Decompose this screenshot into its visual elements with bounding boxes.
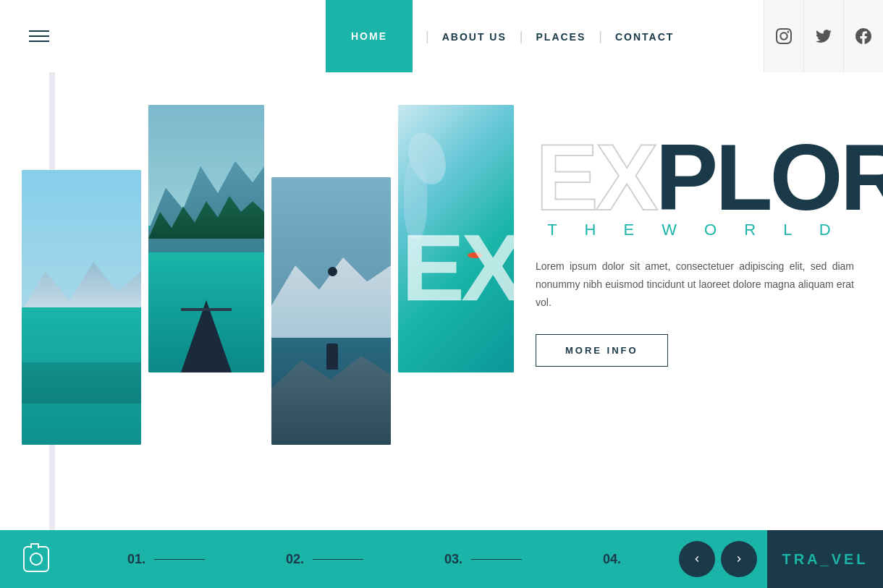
step-4[interactable]: 04. <box>603 552 621 567</box>
nav-contact[interactable]: CONTACT <box>615 30 674 42</box>
bottom-bar: 01. 02. 03. 04. TRA_VEL <box>0 530 883 588</box>
step-2-num: 02. <box>286 552 304 567</box>
step-1-num: 01. <box>127 552 145 567</box>
social-bar <box>764 0 883 72</box>
step-1[interactable]: 01. <box>127 552 205 567</box>
prev-arrow[interactable] <box>679 541 715 577</box>
main-content: EX EX PLORE T H E W O R L D Lorem ipsum … <box>0 72 883 530</box>
twitter-icon[interactable] <box>803 0 843 72</box>
travel-label: TRA_VEL <box>767 530 883 588</box>
camera-section <box>0 530 72 588</box>
pagination-steps: 01. 02. 03. 04. <box>72 552 676 567</box>
step-3-num: 03. <box>444 552 462 567</box>
step-3[interactable]: 03. <box>444 552 522 567</box>
photo-collage <box>22 105 514 474</box>
nav-about[interactable]: ABOUT US <box>442 30 507 42</box>
photo-mountain-lake <box>22 170 141 445</box>
facebook-icon[interactable] <box>843 0 883 72</box>
nav-places[interactable]: PLACES <box>536 30 586 42</box>
home-tab[interactable]: HOME <box>326 0 413 72</box>
step-4-num: 04. <box>603 552 621 567</box>
nav-sep-2: | <box>520 29 523 44</box>
more-info-button[interactable]: MORE INFO <box>536 334 668 367</box>
explore-rest-text: PLORE <box>655 130 883 224</box>
nav-sep-3: | <box>599 29 602 44</box>
next-arrow[interactable] <box>721 541 757 577</box>
photo-person-rock <box>271 177 391 445</box>
explore-ex-text: EX <box>536 130 655 224</box>
photo-boat-water <box>148 105 264 372</box>
travel-text: TRA_VEL <box>782 551 868 568</box>
step-2-line <box>313 559 363 560</box>
explore-title: EX PLORE <box>536 130 854 224</box>
instagram-icon[interactable] <box>764 0 803 72</box>
step-2[interactable]: 02. <box>286 552 363 567</box>
camera-icon[interactable] <box>23 546 49 572</box>
hero-text-block: EX PLORE T H E W O R L D Lorem ipsum dol… <box>536 130 854 367</box>
step-1-line <box>154 559 205 560</box>
hamburger-menu[interactable] <box>29 30 49 42</box>
bottom-nav-arrows <box>676 541 760 577</box>
photo-aerial-water <box>398 105 514 372</box>
hero-description: Lorem ipsum dolor sit amet, consectetuer… <box>536 257 854 312</box>
header: HOME | ABOUT US | PLACES | CONTACT <box>0 0 883 72</box>
main-nav: | ABOUT US | PLACES | CONTACT <box>413 29 674 44</box>
step-3-line <box>471 559 522 560</box>
home-label: HOME <box>351 30 387 42</box>
nav-sep-1: | <box>426 29 429 44</box>
